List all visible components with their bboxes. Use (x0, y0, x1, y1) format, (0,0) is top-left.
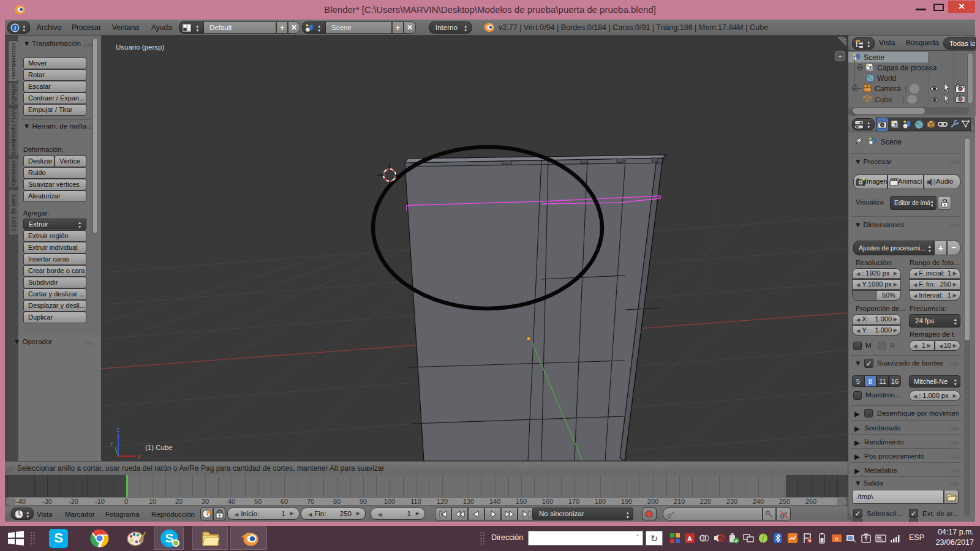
svg-text:X: X (137, 454, 141, 460)
svg-text:y: y (110, 440, 113, 446)
svg-text:+: + (838, 53, 842, 60)
svg-text:A: A (687, 535, 692, 542)
svg-text:i: i (14, 25, 16, 31)
svg-text:Z: Z (116, 427, 120, 433)
svg-text:n: n (835, 536, 839, 542)
svg-text:(1) Cube: (1) Cube (145, 444, 173, 451)
svg-text:Usuario (persp): Usuario (persp) (116, 43, 164, 51)
